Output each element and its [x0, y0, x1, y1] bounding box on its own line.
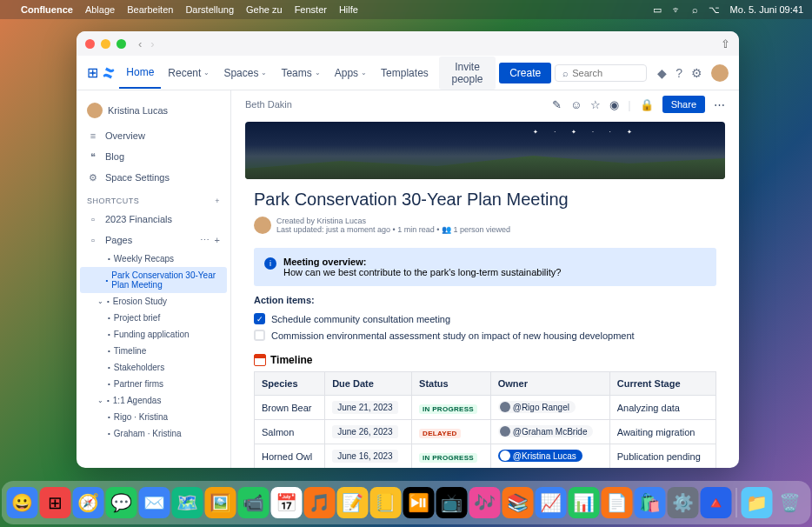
battery-icon[interactable]: ▭: [653, 4, 662, 16]
breadcrumb[interactable]: Beth Dakin: [245, 99, 292, 110]
settings-icon[interactable]: ⚙: [691, 66, 702, 80]
menubar-item[interactable]: Darstellung: [185, 4, 234, 15]
tree-item[interactable]: •Graham · Kristina: [77, 425, 230, 442]
user-mention[interactable]: @Graham McBride: [498, 425, 594, 437]
lock-icon[interactable]: 🔒: [640, 98, 654, 111]
author-avatar-icon[interactable]: [254, 217, 271, 234]
dock-app[interactable]: 🎵: [304, 487, 336, 518]
watch-icon[interactable]: ◉: [609, 98, 619, 111]
sidebar-space-header[interactable]: Kristina Lucas: [77, 99, 230, 125]
dock-app[interactable]: 🎶: [469, 487, 501, 518]
dock-app[interactable]: 📺: [436, 487, 468, 518]
dock-app[interactable]: ✉️: [139, 487, 170, 518]
menubar-datetime[interactable]: Mo. 5. Juni 09:41: [730, 4, 803, 15]
forward-button[interactable]: ›: [150, 37, 154, 50]
notifications-icon[interactable]: ◆: [657, 66, 667, 80]
share-button[interactable]: Share: [662, 96, 705, 113]
shortcut-item[interactable]: ▫ 2023 Financials: [77, 209, 230, 230]
info-icon: i: [264, 257, 276, 270]
dock-app[interactable]: 📒: [370, 487, 402, 518]
tree-item[interactable]: •Project brief: [77, 310, 230, 326]
menubar-item[interactable]: Gehe zu: [246, 4, 283, 15]
menubar-app[interactable]: Confluence: [21, 4, 73, 15]
dock-trash[interactable]: 🗑️: [775, 487, 806, 518]
sidebar-item-overview[interactable]: ≡Overview: [77, 125, 230, 146]
tree-item[interactable]: •Timeline: [77, 343, 230, 359]
tree-item[interactable]: •Stakeholders: [77, 359, 230, 376]
create-button[interactable]: Create: [499, 63, 551, 83]
control-center-icon[interactable]: ⌥: [709, 4, 720, 16]
dock-app[interactable]: 🛍️: [635, 487, 666, 518]
edit-icon[interactable]: ✎: [552, 98, 562, 111]
dock-app[interactable]: 🗺️: [172, 487, 203, 518]
nav-spaces[interactable]: Spaces⌄: [216, 57, 274, 88]
tree-item[interactable]: •Funding application: [77, 326, 230, 343]
dock-app[interactable]: 📄: [602, 487, 633, 518]
chevron-down-icon[interactable]: ⌄: [97, 297, 103, 305]
share-icon[interactable]: ⇧: [721, 37, 730, 50]
nav-recent[interactable]: Recent⌄: [161, 57, 216, 88]
search-input[interactable]: [572, 68, 639, 78]
dock-downloads[interactable]: 📁: [742, 487, 773, 518]
dock-app[interactable]: 📚: [503, 487, 534, 518]
dock-app[interactable]: 📅: [271, 487, 303, 518]
minimize-window-button[interactable]: [101, 39, 110, 49]
menubar-item[interactable]: Ablage: [85, 4, 115, 15]
pages-heading[interactable]: Pages: [105, 235, 132, 245]
user-mention[interactable]: @Kristina Lucas: [498, 450, 582, 462]
close-window-button[interactable]: [85, 39, 95, 49]
search-box[interactable]: ⌕: [555, 64, 647, 82]
nav-teams[interactable]: Teams⌄: [274, 57, 327, 88]
tree-item[interactable]: •Partner firms: [77, 376, 230, 392]
invite-people-button[interactable]: Invite people: [439, 57, 496, 90]
wifi-icon[interactable]: ᯤ: [672, 4, 682, 15]
dock-app[interactable]: 📹: [238, 487, 270, 518]
chevron-down-icon[interactable]: ⌄: [97, 397, 103, 404]
sidebar-item-blog[interactable]: ❝Blog: [77, 146, 230, 167]
search-icon[interactable]: ⌕: [692, 4, 698, 15]
author-link[interactable]: Kristina Lucas: [317, 217, 367, 225]
menubar-item[interactable]: Fenster: [295, 4, 327, 15]
dock-app[interactable]: 🧭: [73, 487, 104, 518]
fullscreen-window-button[interactable]: [116, 39, 126, 49]
tree-item[interactable]: •Weekly Recaps: [77, 250, 230, 267]
table-header: Species: [255, 372, 325, 396]
add-shortcut-icon[interactable]: +: [215, 197, 220, 205]
checkbox[interactable]: [254, 330, 265, 341]
dock-app[interactable]: 😀: [7, 487, 38, 518]
sidebar-item-space-settings[interactable]: ⚙Space Settings: [77, 167, 230, 188]
dock-app[interactable]: 🖼️: [205, 487, 236, 518]
dock-app[interactable]: ⊞: [40, 487, 71, 518]
tree-item[interactable]: ⌄•Erosion Study: [77, 293, 230, 310]
dock-app[interactable]: ⚙️: [668, 487, 699, 518]
page-icon: ▫: [87, 213, 99, 225]
add-page-icon[interactable]: +: [215, 235, 220, 246]
nav-home[interactable]: Home: [119, 57, 161, 89]
dock-app[interactable]: ⏯️: [403, 487, 435, 518]
more-actions-icon[interactable]: ⋯: [714, 98, 725, 111]
dock-app[interactable]: 🔺: [701, 487, 732, 518]
dock-app[interactable]: 📝: [337, 487, 369, 518]
user-mention[interactable]: @Rigo Rangel: [498, 401, 576, 413]
dock-app[interactable]: 📊: [569, 487, 600, 518]
comment-icon[interactable]: ☺: [570, 98, 582, 111]
top-navigation: ⊞ HomeRecent⌄Spaces⌄Teams⌄Apps⌄Templates…: [77, 56, 739, 90]
app-switcher-icon[interactable]: ⊞: [87, 64, 98, 82]
checkbox[interactable]: ✓: [254, 313, 265, 324]
dock-app[interactable]: 💬: [106, 487, 137, 518]
help-icon[interactable]: ?: [676, 66, 682, 80]
dock-app[interactable]: 📈: [536, 487, 567, 518]
tree-item[interactable]: ⌄•1:1 Agendas: [77, 392, 230, 409]
tree-item[interactable]: •Park Conservation 30-Year Plan Meeting: [80, 267, 227, 293]
nav-templates[interactable]: Templates: [374, 57, 436, 88]
nav-apps[interactable]: Apps⌄: [328, 57, 374, 88]
menubar-item[interactable]: Bearbeiten: [127, 4, 173, 15]
profile-avatar[interactable]: [711, 64, 729, 82]
menubar-item[interactable]: Hilfe: [339, 4, 358, 15]
cell-status: DELAYED: [412, 420, 491, 444]
confluence-logo-icon[interactable]: [102, 64, 116, 82]
more-icon[interactable]: ⋯: [200, 235, 210, 246]
back-button[interactable]: ‹: [138, 37, 142, 50]
tree-item[interactable]: •Rigo · Kristina: [77, 409, 230, 425]
star-icon[interactable]: ☆: [590, 98, 601, 111]
